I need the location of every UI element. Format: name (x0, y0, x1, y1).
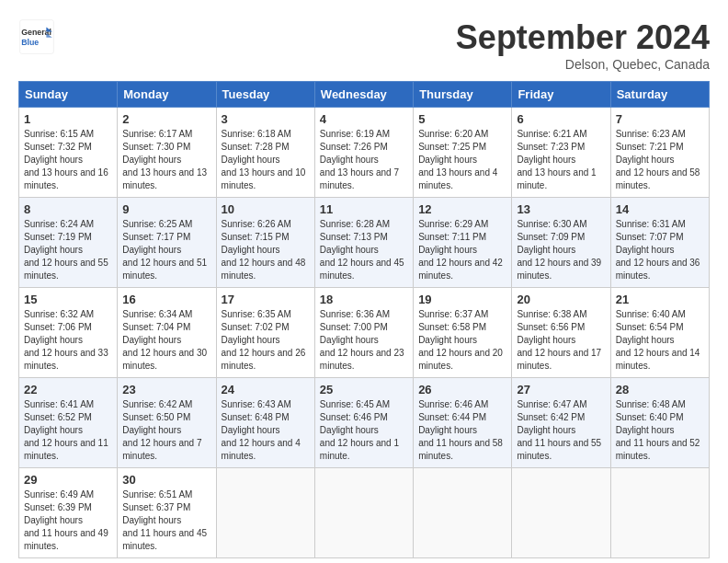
svg-text:Blue: Blue (21, 38, 39, 47)
cell-content: Sunrise: 6:24 AMSunset: 7:19 PMDaylight … (24, 219, 108, 281)
day-number: 16 (122, 293, 210, 306)
day-number: 20 (517, 293, 605, 306)
cell-content: Sunrise: 6:31 AMSunset: 7:07 PMDaylight … (616, 219, 700, 281)
cell-content: Sunrise: 6:21 AMSunset: 7:23 PMDaylight … (517, 129, 596, 190)
day-number: 3 (222, 112, 310, 126)
day-number: 17 (222, 293, 310, 306)
calendar-cell: 12 Sunrise: 6:29 AMSunset: 7:11 PMDaylig… (414, 198, 512, 288)
page-header: General Blue September 2024 Delson, Queb… (18, 18, 710, 72)
day-number: 11 (320, 202, 408, 216)
day-number: 4 (320, 112, 408, 126)
location: Delson, Quebec, Canada (456, 57, 710, 72)
calendar-body: 1 Sunrise: 6:15 AMSunset: 7:32 PMDayligh… (19, 108, 710, 558)
weekday-header: Sunday (19, 82, 118, 108)
calendar-cell: 19 Sunrise: 6:37 AMSunset: 6:58 PMDaylig… (414, 288, 512, 378)
cell-content: Sunrise: 6:47 AMSunset: 6:42 PMDaylight … (517, 399, 601, 461)
day-number: 18 (320, 293, 408, 306)
calendar-cell (610, 468, 709, 558)
calendar-cell: 27 Sunrise: 6:47 AMSunset: 6:42 PMDaylig… (512, 378, 610, 468)
calendar-cell: 2 Sunrise: 6:17 AMSunset: 7:30 PMDayligh… (118, 108, 216, 198)
cell-content: Sunrise: 6:17 AMSunset: 7:30 PMDaylight … (122, 129, 207, 190)
calendar-cell: 8 Sunrise: 6:24 AMSunset: 7:19 PMDayligh… (19, 198, 118, 288)
cell-content: Sunrise: 6:26 AMSunset: 7:15 PMDaylight … (222, 219, 306, 281)
weekday-header: Tuesday (216, 82, 314, 108)
cell-content: Sunrise: 6:49 AMSunset: 6:39 PMDaylight … (24, 489, 108, 551)
cell-content: Sunrise: 6:18 AMSunset: 7:28 PMDaylight … (222, 129, 306, 190)
cell-content: Sunrise: 6:48 AMSunset: 6:40 PMDaylight … (616, 399, 700, 461)
cell-content: Sunrise: 6:25 AMSunset: 7:17 PMDaylight … (122, 219, 207, 281)
calendar-cell: 14 Sunrise: 6:31 AMSunset: 7:07 PMDaylig… (610, 198, 709, 288)
day-number: 9 (122, 202, 210, 216)
calendar-cell (414, 468, 512, 558)
day-number: 1 (24, 112, 112, 126)
cell-content: Sunrise: 6:41 AMSunset: 6:52 PMDaylight … (24, 399, 108, 461)
calendar-week-row: 29 Sunrise: 6:49 AMSunset: 6:39 PMDaylig… (19, 468, 710, 558)
cell-content: Sunrise: 6:15 AMSunset: 7:32 PMDaylight … (24, 129, 108, 190)
cell-content: Sunrise: 6:30 AMSunset: 7:09 PMDaylight … (517, 219, 601, 281)
weekday-header: Thursday (414, 82, 512, 108)
calendar-cell: 10 Sunrise: 6:26 AMSunset: 7:15 PMDaylig… (216, 198, 314, 288)
day-number: 2 (122, 112, 210, 126)
day-number: 28 (616, 383, 704, 396)
calendar-cell: 4 Sunrise: 6:19 AMSunset: 7:26 PMDayligh… (314, 108, 413, 198)
day-number: 29 (24, 473, 112, 487)
day-number: 15 (24, 293, 112, 306)
day-number: 24 (222, 383, 310, 396)
cell-content: Sunrise: 6:32 AMSunset: 7:06 PMDaylight … (24, 309, 108, 371)
cell-content: Sunrise: 6:34 AMSunset: 7:04 PMDaylight … (122, 309, 207, 371)
day-number: 30 (122, 473, 210, 487)
calendar-cell: 3 Sunrise: 6:18 AMSunset: 7:28 PMDayligh… (216, 108, 314, 198)
day-number: 14 (616, 202, 704, 216)
calendar-cell: 24 Sunrise: 6:43 AMSunset: 6:48 PMDaylig… (216, 378, 314, 468)
calendar-week-row: 8 Sunrise: 6:24 AMSunset: 7:19 PMDayligh… (19, 198, 710, 288)
day-number: 5 (418, 112, 506, 126)
calendar-table: SundayMondayTuesdayWednesdayThursdayFrid… (18, 81, 710, 558)
day-number: 22 (24, 383, 112, 396)
calendar-cell: 23 Sunrise: 6:42 AMSunset: 6:50 PMDaylig… (118, 378, 216, 468)
calendar-cell: 20 Sunrise: 6:38 AMSunset: 6:56 PMDaylig… (512, 288, 610, 378)
calendar-week-row: 22 Sunrise: 6:41 AMSunset: 6:52 PMDaylig… (19, 378, 710, 468)
calendar-cell: 28 Sunrise: 6:48 AMSunset: 6:40 PMDaylig… (610, 378, 709, 468)
calendar-cell: 5 Sunrise: 6:20 AMSunset: 7:25 PMDayligh… (414, 108, 512, 198)
day-number: 27 (517, 383, 605, 396)
title-block: September 2024 Delson, Quebec, Canada (456, 18, 710, 72)
calendar-cell: 26 Sunrise: 6:46 AMSunset: 6:44 PMDaylig… (414, 378, 512, 468)
cell-content: Sunrise: 6:29 AMSunset: 7:11 PMDaylight … (418, 219, 503, 281)
calendar-cell: 16 Sunrise: 6:34 AMSunset: 7:04 PMDaylig… (118, 288, 216, 378)
day-number: 23 (122, 383, 210, 396)
calendar-cell: 13 Sunrise: 6:30 AMSunset: 7:09 PMDaylig… (512, 198, 610, 288)
calendar-cell: 6 Sunrise: 6:21 AMSunset: 7:23 PMDayligh… (512, 108, 610, 198)
cell-content: Sunrise: 6:20 AMSunset: 7:25 PMDaylight … (418, 129, 497, 190)
weekday-header: Saturday (610, 82, 709, 108)
cell-content: Sunrise: 6:37 AMSunset: 6:58 PMDaylight … (418, 309, 503, 371)
cell-content: Sunrise: 6:46 AMSunset: 6:44 PMDaylight … (418, 399, 503, 461)
day-number: 7 (616, 112, 704, 126)
calendar-header-row: SundayMondayTuesdayWednesdayThursdayFrid… (19, 82, 710, 108)
calendar-cell: 22 Sunrise: 6:41 AMSunset: 6:52 PMDaylig… (19, 378, 118, 468)
cell-content: Sunrise: 6:40 AMSunset: 6:54 PMDaylight … (616, 309, 700, 371)
calendar-cell: 7 Sunrise: 6:23 AMSunset: 7:21 PMDayligh… (610, 108, 709, 198)
weekday-header: Monday (118, 82, 216, 108)
logo: General Blue (18, 18, 61, 55)
calendar-cell: 18 Sunrise: 6:36 AMSunset: 7:00 PMDaylig… (314, 288, 413, 378)
calendar-week-row: 15 Sunrise: 6:32 AMSunset: 7:06 PMDaylig… (19, 288, 710, 378)
calendar-cell: 11 Sunrise: 6:28 AMSunset: 7:13 PMDaylig… (314, 198, 413, 288)
logo-icon: General Blue (18, 18, 55, 55)
calendar-cell (314, 468, 413, 558)
day-number: 26 (418, 383, 506, 396)
cell-content: Sunrise: 6:28 AMSunset: 7:13 PMDaylight … (320, 219, 404, 281)
day-number: 6 (517, 112, 605, 126)
cell-content: Sunrise: 6:35 AMSunset: 7:02 PMDaylight … (222, 309, 306, 371)
cell-content: Sunrise: 6:43 AMSunset: 6:48 PMDaylight … (222, 399, 301, 461)
calendar-cell: 1 Sunrise: 6:15 AMSunset: 7:32 PMDayligh… (19, 108, 118, 198)
day-number: 21 (616, 293, 704, 306)
calendar-cell (216, 468, 314, 558)
cell-content: Sunrise: 6:19 AMSunset: 7:26 PMDaylight … (320, 129, 399, 190)
calendar-cell: 9 Sunrise: 6:25 AMSunset: 7:17 PMDayligh… (118, 198, 216, 288)
cell-content: Sunrise: 6:51 AMSunset: 6:37 PMDaylight … (122, 489, 207, 551)
calendar-cell: 29 Sunrise: 6:49 AMSunset: 6:39 PMDaylig… (19, 468, 118, 558)
calendar-cell: 21 Sunrise: 6:40 AMSunset: 6:54 PMDaylig… (610, 288, 709, 378)
calendar-cell: 30 Sunrise: 6:51 AMSunset: 6:37 PMDaylig… (118, 468, 216, 558)
calendar-cell: 17 Sunrise: 6:35 AMSunset: 7:02 PMDaylig… (216, 288, 314, 378)
cell-content: Sunrise: 6:23 AMSunset: 7:21 PMDaylight … (616, 129, 700, 190)
